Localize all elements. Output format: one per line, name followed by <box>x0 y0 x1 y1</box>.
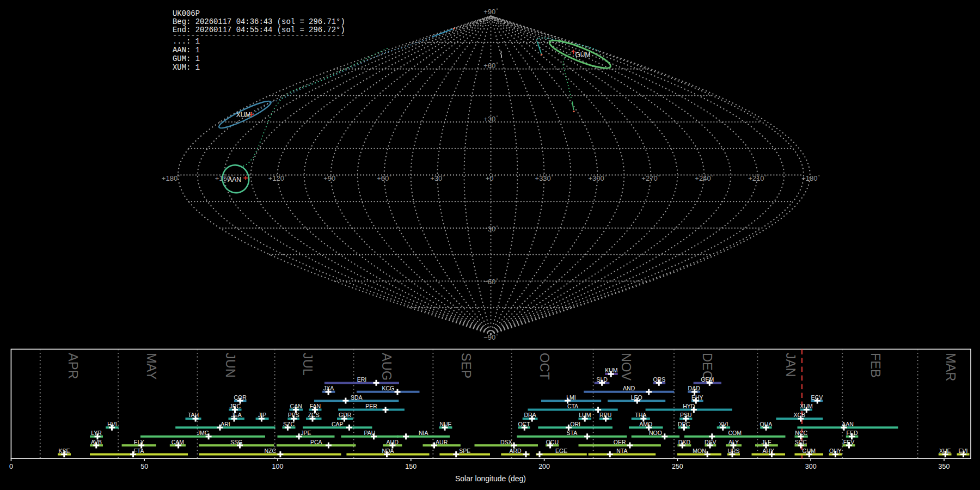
svg-text:OCT: OCT <box>537 353 552 380</box>
svg-text:DRA: DRA <box>524 412 536 418</box>
svg-text:JXA: JXA <box>323 385 334 391</box>
svg-text:+240°: +240° <box>695 174 713 182</box>
svg-text:URS: URS <box>727 448 739 454</box>
svg-text:SSG: SSG <box>230 439 242 445</box>
svg-text:XUM: XUM <box>236 111 251 119</box>
svg-text:QUA: QUA <box>760 421 773 427</box>
svg-text:JPE: JPE <box>301 430 311 436</box>
svg-text:Beg: 20260117 04:36:43 (sol =: Beg: 20260117 04:36:43 (sol = 296.71°) <box>173 17 345 26</box>
svg-text:ERI: ERI <box>357 376 367 383</box>
svg-text:GDR: GDR <box>339 412 352 418</box>
svg-text:NDA: NDA <box>382 448 394 454</box>
svg-text:RPU: RPU <box>599 412 611 418</box>
svg-text:NZC: NZC <box>264 448 276 454</box>
svg-text:THA: THA <box>635 412 646 418</box>
svg-text:STA: STA <box>567 430 578 436</box>
svg-text:MON: MON <box>693 448 706 454</box>
svg-text:+300°: +300° <box>588 174 607 182</box>
svg-text:PSU: PSU <box>680 412 692 418</box>
svg-text:JUN: JUN <box>223 353 237 378</box>
svg-text:CAP: CAP <box>332 421 344 427</box>
svg-text:DKD: DKD <box>678 439 691 445</box>
svg-text:LMI: LMI <box>566 394 576 401</box>
svg-text:200: 200 <box>538 463 550 470</box>
svg-text:AAN: 1: AAN: 1 <box>173 46 200 54</box>
svg-text:PPS: PPS <box>288 412 299 418</box>
svg-text:OCT: OCT <box>518 421 530 427</box>
svg-text:50: 50 <box>140 463 148 470</box>
svg-text:FEB: FEB <box>868 353 883 378</box>
svg-text:FEV: FEV <box>843 439 854 445</box>
svg-text:JIP: JIP <box>258 412 266 418</box>
svg-text:KCG: KCG <box>382 385 394 391</box>
svg-text:AUD: AUD <box>387 439 399 445</box>
svg-text:HYD: HYD <box>683 403 695 409</box>
svg-text:XCB: XCB <box>794 412 806 418</box>
svg-text:+120°: +120° <box>268 174 287 182</box>
svg-text:FTA: FTA <box>134 448 144 454</box>
svg-text:SLD: SLD <box>596 376 608 383</box>
svg-text:ARI: ARI <box>220 421 230 427</box>
svg-text:100: 100 <box>272 463 284 470</box>
svg-text:UK006P: UK006P <box>173 9 200 18</box>
svg-text:+270°: +270° <box>641 174 660 182</box>
svg-text:SDA: SDA <box>351 394 363 401</box>
svg-text:...: 1: ...: 1 <box>173 37 200 46</box>
svg-text:SCC: SCC <box>795 439 807 445</box>
svg-text:DSX: DSX <box>500 439 512 445</box>
svg-text:JAN: JAN <box>783 353 798 377</box>
svg-text:XHE: XHE <box>939 448 951 454</box>
svg-text:MAY: MAY <box>144 353 158 380</box>
svg-text:COR: COR <box>234 394 247 401</box>
svg-text:ARD: ARD <box>509 448 522 454</box>
svg-text:NCC: NCC <box>795 430 807 436</box>
svg-text:AUR: AUR <box>436 439 448 445</box>
svg-text:PCA: PCA <box>310 439 322 445</box>
svg-text:AND: AND <box>623 385 635 391</box>
svg-text:AMO: AMO <box>639 421 652 427</box>
svg-text:EHY: EHY <box>691 394 703 401</box>
svg-text:Solar longitude (deg): Solar longitude (deg) <box>455 474 526 483</box>
svg-text:DSV: DSV <box>705 439 716 445</box>
svg-text:NOO: NOO <box>649 430 662 436</box>
svg-text:SEP: SEP <box>459 353 473 378</box>
svg-text:CAM: CAM <box>171 439 184 445</box>
svg-text:NTA: NTA <box>616 448 627 454</box>
svg-text:+180°: +180° <box>162 174 180 182</box>
svg-text:AAN: AAN <box>842 421 854 427</box>
svg-text:250: 250 <box>672 463 683 470</box>
svg-text:APR: APR <box>66 353 80 379</box>
svg-text:AVB: AVB <box>91 439 102 445</box>
svg-text:PAU: PAU <box>364 430 376 436</box>
svg-text:AAN: AAN <box>228 176 241 183</box>
svg-text:LEO: LEO <box>631 394 642 401</box>
svg-text:AUG: AUG <box>379 353 394 381</box>
svg-text:FAN: FAN <box>310 403 321 409</box>
svg-text:300: 300 <box>805 463 817 470</box>
svg-text:AHY: AHY <box>762 448 774 454</box>
svg-text:SPE: SPE <box>459 448 470 454</box>
svg-text:LUM: LUM <box>579 412 591 418</box>
svg-text:LYR: LYR <box>91 430 102 436</box>
svg-text:SZC: SZC <box>283 421 295 427</box>
svg-text:COM: COM <box>728 430 742 436</box>
svg-text:FED: FED <box>847 430 858 436</box>
svg-text:ECV: ECV <box>811 394 823 401</box>
svg-text:150: 150 <box>405 463 416 470</box>
svg-text:CAN: CAN <box>290 403 302 409</box>
svg-text:OCU: OCU <box>546 439 559 445</box>
svg-text:OER: OER <box>614 439 626 445</box>
svg-text:ORS: ORS <box>653 376 665 383</box>
svg-text:XUM: XUM <box>800 403 812 409</box>
svg-text:ALY: ALY <box>728 439 739 445</box>
svg-text:KSE: KSE <box>58 448 70 454</box>
svg-text:+210°: +210° <box>748 174 767 182</box>
svg-text:NIA: NIA <box>419 430 428 436</box>
svg-text:GUM: GUM <box>803 448 816 454</box>
svg-text:ORI: ORI <box>570 421 580 427</box>
svg-text:GUM: 1: GUM: 1 <box>173 54 200 63</box>
svg-text:MAR: MAR <box>944 353 958 381</box>
svg-text:JEA: JEA <box>231 412 242 418</box>
svg-text:TAH: TAH <box>188 412 199 418</box>
svg-text:JLE: JLE <box>762 439 771 445</box>
